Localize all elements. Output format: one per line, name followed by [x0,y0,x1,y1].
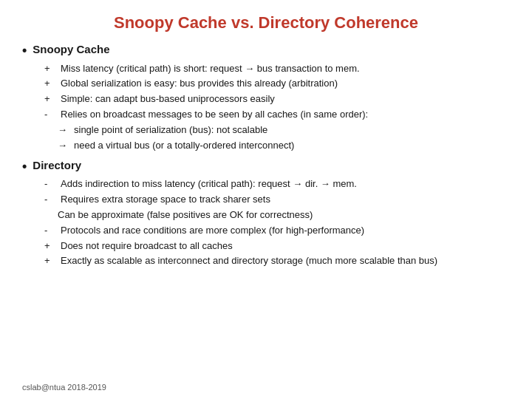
bullet-dot-icon: • [22,43,27,59]
item-prefix: - [44,224,58,238]
item-0-2-text: Simple: can adapt bus-based uniprocessor… [61,92,275,106]
item-prefix: + [44,254,58,268]
slide: Snoopy Cache vs. Directory Coherence •Sn… [0,0,532,399]
item-prefix: → [58,139,71,153]
section-0-item-5: →need a virtual bus (or a totally-ordere… [58,139,510,153]
section-1-item-3: -Protocols and race conditions are more … [44,224,510,238]
section-0: •Snoopy Cache+Miss latency (critical pat… [22,43,510,153]
section-0-label: Snoopy Cache [33,43,109,55]
section-1-item-2: Can be approximate (false positives are … [58,208,510,222]
item-1-3-text: Protocols and race conditions are more c… [61,224,364,238]
sections-container: •Snoopy Cache+Miss latency (critical pat… [22,43,510,268]
item-1-2-text: Can be approximate (false positives are … [58,208,313,222]
section-1: •Directory-Adds indirection to miss late… [22,159,510,269]
bullet-dot-icon: • [22,159,27,175]
section-0-item-2: +Simple: can adapt bus-based uniprocesso… [44,92,510,106]
section-1-header: •Directory [22,159,510,175]
item-1-1-text: Requires extra storage space to track sh… [61,193,270,207]
item-1-5-text: Exactly as scalable as interconnect and … [61,254,437,268]
section-0-item-1: +Global serialization is easy: bus provi… [44,77,510,91]
section-0-header: •Snoopy Cache [22,43,510,59]
item-prefix: - [44,108,58,122]
item-0-5-text: need a virtual bus (or a totally-ordered… [74,139,294,153]
section-1-item-4: +Does not require broadcast to all cache… [44,239,510,253]
item-0-3-text: Relies on broadcast messages to be seen … [61,108,368,122]
section-1-item-1: -Requires extra storage space to track s… [44,193,510,207]
item-1-0-text: Adds indirection to miss latency (critic… [61,177,357,191]
item-1-4-text: Does not require broadcast to all caches [61,239,233,253]
item-prefix: + [44,92,58,106]
item-prefix: + [44,77,58,91]
section-1-item-5: +Exactly as scalable as interconnect and… [44,254,510,268]
item-prefix: → [58,123,71,137]
item-0-0-text: Miss latency (critical path) is short: r… [61,62,360,76]
section-1-label: Directory [33,159,81,171]
item-0-1-text: Global serialization is easy: bus provid… [61,77,338,91]
slide-title: Snoopy Cache vs. Directory Coherence [22,13,510,33]
section-1-item-0: -Adds indirection to miss latency (criti… [44,177,510,191]
section-0-item-0: +Miss latency (critical path) is short: … [44,62,510,76]
item-prefix: - [44,177,58,191]
section-0-item-3: -Relies on broadcast messages to be seen… [44,108,510,122]
section-0-item-4: →single point of serialization (bus): no… [58,123,510,137]
item-prefix: + [44,62,58,76]
item-prefix: + [44,239,58,253]
item-0-4-text: single point of serialization (bus): not… [74,123,267,137]
item-prefix: - [44,193,58,207]
section-1-items: -Adds indirection to miss latency (criti… [44,177,510,268]
footer: cslab@ntua 2018-2019 [22,383,106,392]
section-0-items: +Miss latency (critical path) is short: … [44,62,510,153]
